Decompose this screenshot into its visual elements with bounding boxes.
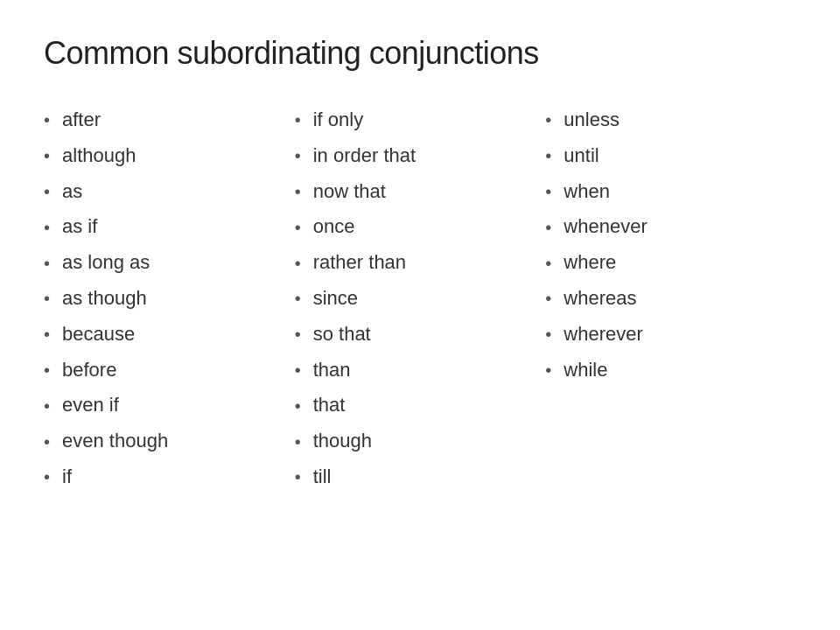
list-item: if only <box>295 107 546 134</box>
list-item-text: because <box>62 321 135 348</box>
list-item: though <box>295 428 546 455</box>
list-item: where <box>545 249 796 276</box>
list-item-text: when <box>564 178 610 206</box>
list-item-text: as if <box>62 214 97 241</box>
list-item-text: unless <box>564 107 620 134</box>
list-item: as <box>44 178 295 206</box>
list-item-text: once <box>313 214 355 241</box>
list-item-text: if only <box>313 107 363 134</box>
list-item: unless <box>545 107 796 134</box>
list-item-text: where <box>564 249 616 276</box>
list-item: before <box>44 357 295 384</box>
list-item: whereas <box>545 285 796 312</box>
list-item: even though <box>44 428 295 455</box>
list-item-text: so that <box>313 321 371 348</box>
list-item: as though <box>44 285 295 312</box>
list-item-text: now that <box>313 178 386 206</box>
list-item: even if <box>44 392 295 419</box>
list-item: so that <box>295 321 546 348</box>
column-3: unlessuntilwhenwheneverwherewhereaswhere… <box>545 107 796 392</box>
list-item-text: whenever <box>564 214 647 241</box>
column-2: if onlyin order thatnow thatoncerather t… <box>295 107 546 500</box>
list-column-3: unlessuntilwhenwheneverwherewhereaswhere… <box>545 107 796 383</box>
list-item: although <box>44 143 295 170</box>
column-1: afteralthoughasas ifas long asas thoughb… <box>44 107 295 500</box>
list-item-text: while <box>564 357 607 384</box>
list-item-text: though <box>313 428 372 455</box>
list-item-text: even if <box>62 392 119 419</box>
list-item: whenever <box>545 214 796 241</box>
list-item: as long as <box>44 249 295 276</box>
list-item: because <box>44 321 295 348</box>
list-item-text: in order that <box>313 143 416 170</box>
list-item-text: than <box>313 357 351 384</box>
list-item-text: as long as <box>62 249 150 276</box>
list-item-text: till <box>313 464 332 491</box>
page-title: Common subordinating conjunctions <box>44 35 796 72</box>
list-item: while <box>545 357 796 384</box>
list-item: since <box>295 285 546 312</box>
list-item-text: after <box>62 107 101 134</box>
list-item-text: rather than <box>313 249 406 276</box>
list-item: that <box>295 392 546 419</box>
list-item: rather than <box>295 249 546 276</box>
list-item-text: if <box>62 464 72 491</box>
list-item-text: since <box>313 285 358 312</box>
list-item-text: before <box>62 357 116 384</box>
list-item-text: even though <box>62 428 168 455</box>
list-item-text: that <box>313 392 346 419</box>
list-item: if <box>44 464 295 491</box>
list-item: once <box>295 214 546 241</box>
list-item: now that <box>295 178 546 206</box>
list-column-2: if onlyin order thatnow thatoncerather t… <box>295 107 546 491</box>
list-item-text: until <box>564 143 598 170</box>
content-columns: afteralthoughasas ifas long asas thoughb… <box>44 107 796 500</box>
list-item: in order that <box>295 143 546 170</box>
list-item: after <box>44 107 295 134</box>
list-item: than <box>295 357 546 384</box>
list-item: till <box>295 464 546 491</box>
list-item-text: wherever <box>564 321 642 348</box>
list-column-1: afteralthoughasas ifas long asas thoughb… <box>44 107 295 491</box>
list-item-text: as though <box>62 285 147 312</box>
list-item: when <box>545 178 796 206</box>
list-item-text: although <box>62 143 136 170</box>
list-item: as if <box>44 214 295 241</box>
list-item-text: whereas <box>564 285 636 312</box>
list-item: wherever <box>545 321 796 348</box>
list-item-text: as <box>62 178 82 206</box>
list-item: until <box>545 143 796 170</box>
